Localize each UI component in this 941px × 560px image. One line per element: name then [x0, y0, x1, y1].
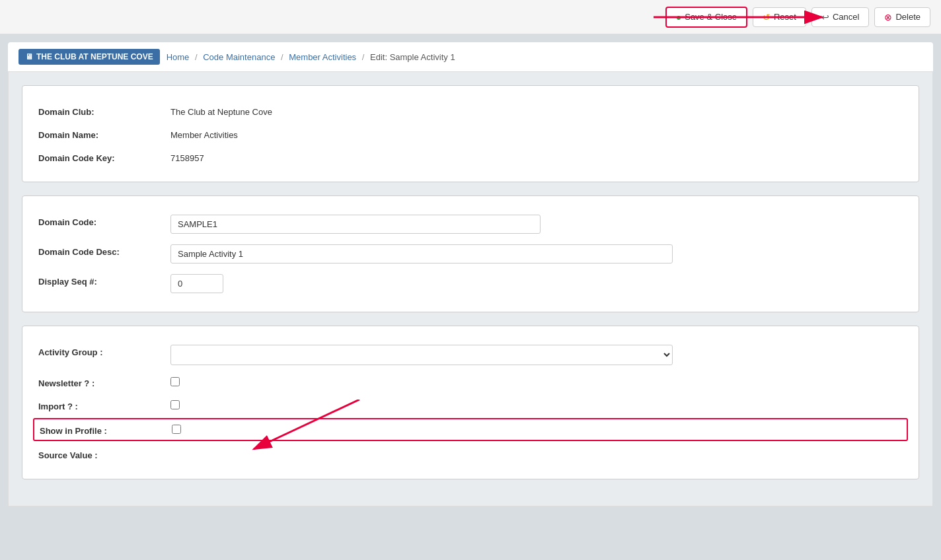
import-label: Import ? : — [38, 399, 170, 411]
domain-club-value: The Club at Neptune Cove — [170, 104, 272, 117]
source-value-label: Source Value : — [38, 448, 170, 460]
show-in-profile-checkbox[interactable] — [172, 425, 181, 434]
arrow-annotation — [654, 3, 839, 31]
show-in-profile-label: Show in Profile : — [40, 423, 172, 436]
breadcrumb-code-maintenance[interactable]: Code Maintenance — [203, 52, 275, 62]
main-content: Domain Club: The Club at Neptune Cove Do… — [8, 72, 933, 507]
breadcrumb-edit-prefix: Edit: — [370, 52, 387, 62]
import-row: Import ? : — [38, 394, 903, 417]
domain-code-desc-input[interactable] — [170, 244, 673, 263]
domain-club-row: Domain Club: The Club at Neptune Cove — [38, 99, 903, 122]
breadcrumb-home[interactable]: Home — [167, 52, 190, 62]
toolbar: ● Save & Close ↺ Reset ↩ Cancel ⊗ Delete — [0, 0, 941, 34]
delete-button[interactable]: ⊗ Delete — [874, 7, 930, 27]
activity-group-row: Activity Group : — [38, 339, 903, 370]
domain-form-card: Domain Code: Domain Code Desc: Display S… — [22, 195, 919, 312]
domain-code-desc-row: Domain Code Desc: — [38, 239, 903, 269]
domain-name-value: Member Activities — [170, 127, 238, 140]
domain-code-row: Domain Code: — [38, 209, 903, 239]
activity-group-select[interactable] — [170, 345, 673, 365]
activity-form-card: Activity Group : Newsletter ? : Import ?… — [22, 326, 919, 479]
breadcrumb-sep-1: / — [195, 52, 198, 62]
breadcrumb-current: Sample Activity 1 — [390, 52, 455, 62]
domain-code-input[interactable] — [170, 215, 541, 234]
delete-icon: ⊗ — [884, 12, 892, 22]
display-seq-row: Display Seq #: — [38, 269, 903, 298]
breadcrumb: Home / Code Maintenance / Member Activit… — [167, 52, 455, 62]
domain-name-row: Domain Name: Member Activities — [38, 122, 903, 145]
brand-badge: 🖥 THE CLUB AT NEPTUNE COVE — [19, 49, 160, 65]
show-in-profile-row: Show in Profile : — [33, 418, 908, 441]
domain-code-key-label: Domain Code Key: — [38, 151, 170, 163]
newsletter-row: Newsletter ? : — [38, 370, 903, 394]
domain-club-label: Domain Club: — [38, 104, 170, 117]
breadcrumb-sep-3: / — [362, 52, 365, 62]
monitor-icon: 🖥 — [25, 52, 33, 61]
breadcrumb-bar: 🖥 THE CLUB AT NEPTUNE COVE Home / Code M… — [8, 42, 933, 72]
domain-code-key-row: Domain Code Key: 7158957 — [38, 145, 903, 168]
domain-code-label: Domain Code: — [38, 215, 170, 227]
domain-name-label: Domain Name: — [38, 127, 170, 140]
display-seq-input[interactable] — [170, 274, 223, 293]
breadcrumb-member-activities[interactable]: Member Activities — [289, 52, 356, 62]
breadcrumb-sep-2: / — [281, 52, 283, 62]
newsletter-checkbox[interactable] — [170, 377, 180, 386]
newsletter-label: Newsletter ? : — [38, 376, 170, 388]
domain-info-card: Domain Club: The Club at Neptune Cove Do… — [22, 85, 919, 182]
domain-code-key-value: 7158957 — [170, 151, 204, 163]
import-checkbox[interactable] — [170, 400, 180, 409]
source-value-row: Source Value : — [38, 442, 903, 466]
activity-group-label: Activity Group : — [38, 345, 170, 357]
domain-code-desc-label: Domain Code Desc: — [38, 244, 170, 257]
display-seq-label: Display Seq #: — [38, 274, 170, 287]
